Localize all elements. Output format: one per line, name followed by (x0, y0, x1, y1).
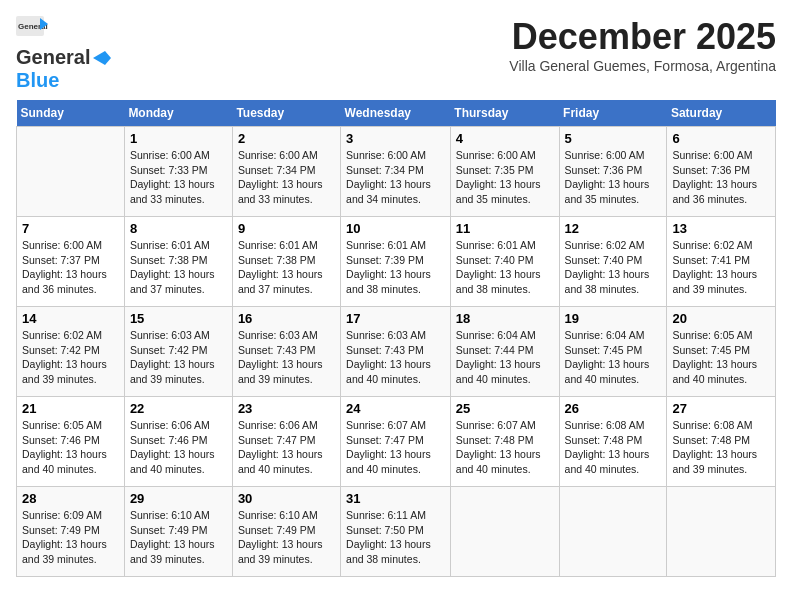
day-number: 19 (565, 311, 662, 326)
calendar-cell: 5Sunrise: 6:00 AMSunset: 7:36 PMDaylight… (559, 127, 667, 217)
day-info: Sunrise: 6:07 AMSunset: 7:47 PMDaylight:… (346, 418, 445, 477)
day-info: Sunrise: 6:07 AMSunset: 7:48 PMDaylight:… (456, 418, 554, 477)
weekday-header-wednesday: Wednesday (341, 100, 451, 127)
day-number: 20 (672, 311, 770, 326)
page-header: General General Blue December 2025 Villa… (16, 16, 776, 92)
day-number: 15 (130, 311, 227, 326)
calendar-cell: 29Sunrise: 6:10 AMSunset: 7:49 PMDayligh… (124, 487, 232, 577)
day-info: Sunrise: 6:11 AMSunset: 7:50 PMDaylight:… (346, 508, 445, 567)
calendar-cell: 26Sunrise: 6:08 AMSunset: 7:48 PMDayligh… (559, 397, 667, 487)
calendar-cell: 17Sunrise: 6:03 AMSunset: 7:43 PMDayligh… (341, 307, 451, 397)
month-title: December 2025 (509, 16, 776, 58)
logo-wing-icon (93, 51, 111, 65)
calendar-cell (17, 127, 125, 217)
day-info: Sunrise: 6:05 AMSunset: 7:46 PMDaylight:… (22, 418, 119, 477)
location-text: Villa General Guemes, Formosa, Argentina (509, 58, 776, 74)
calendar-cell: 18Sunrise: 6:04 AMSunset: 7:44 PMDayligh… (450, 307, 559, 397)
logo-blue-text: Blue (16, 69, 59, 91)
day-info: Sunrise: 6:00 AMSunset: 7:37 PMDaylight:… (22, 238, 119, 297)
day-info: Sunrise: 6:06 AMSunset: 7:46 PMDaylight:… (130, 418, 227, 477)
calendar-cell: 23Sunrise: 6:06 AMSunset: 7:47 PMDayligh… (232, 397, 340, 487)
day-number: 25 (456, 401, 554, 416)
day-info: Sunrise: 6:02 AMSunset: 7:41 PMDaylight:… (672, 238, 770, 297)
day-info: Sunrise: 6:05 AMSunset: 7:45 PMDaylight:… (672, 328, 770, 387)
day-info: Sunrise: 6:04 AMSunset: 7:45 PMDaylight:… (565, 328, 662, 387)
calendar-cell: 7Sunrise: 6:00 AMSunset: 7:37 PMDaylight… (17, 217, 125, 307)
calendar-table: SundayMondayTuesdayWednesdayThursdayFrid… (16, 100, 776, 577)
day-info: Sunrise: 6:01 AMSunset: 7:38 PMDaylight:… (238, 238, 335, 297)
day-number: 30 (238, 491, 335, 506)
logo: General General Blue (16, 16, 112, 92)
logo-icon: General (16, 16, 48, 44)
day-info: Sunrise: 6:00 AMSunset: 7:33 PMDaylight:… (130, 148, 227, 207)
calendar-cell: 11Sunrise: 6:01 AMSunset: 7:40 PMDayligh… (450, 217, 559, 307)
weekday-header-saturday: Saturday (667, 100, 776, 127)
weekday-header-friday: Friday (559, 100, 667, 127)
calendar-cell: 4Sunrise: 6:00 AMSunset: 7:35 PMDaylight… (450, 127, 559, 217)
day-info: Sunrise: 6:01 AMSunset: 7:40 PMDaylight:… (456, 238, 554, 297)
day-info: Sunrise: 6:02 AMSunset: 7:42 PMDaylight:… (22, 328, 119, 387)
day-number: 5 (565, 131, 662, 146)
day-info: Sunrise: 6:00 AMSunset: 7:34 PMDaylight:… (238, 148, 335, 207)
svg-marker-3 (93, 51, 111, 65)
day-info: Sunrise: 6:00 AMSunset: 7:36 PMDaylight:… (672, 148, 770, 207)
day-number: 23 (238, 401, 335, 416)
calendar-cell: 19Sunrise: 6:04 AMSunset: 7:45 PMDayligh… (559, 307, 667, 397)
day-number: 8 (130, 221, 227, 236)
day-number: 21 (22, 401, 119, 416)
day-number: 28 (22, 491, 119, 506)
calendar-cell: 3Sunrise: 6:00 AMSunset: 7:34 PMDaylight… (341, 127, 451, 217)
day-info: Sunrise: 6:03 AMSunset: 7:43 PMDaylight:… (346, 328, 445, 387)
day-info: Sunrise: 6:04 AMSunset: 7:44 PMDaylight:… (456, 328, 554, 387)
calendar-cell (559, 487, 667, 577)
calendar-cell: 22Sunrise: 6:06 AMSunset: 7:46 PMDayligh… (124, 397, 232, 487)
day-number: 2 (238, 131, 335, 146)
calendar-cell: 14Sunrise: 6:02 AMSunset: 7:42 PMDayligh… (17, 307, 125, 397)
weekday-header-monday: Monday (124, 100, 232, 127)
day-number: 10 (346, 221, 445, 236)
day-number: 18 (456, 311, 554, 326)
day-number: 1 (130, 131, 227, 146)
day-info: Sunrise: 6:06 AMSunset: 7:47 PMDaylight:… (238, 418, 335, 477)
calendar-cell: 27Sunrise: 6:08 AMSunset: 7:48 PMDayligh… (667, 397, 776, 487)
day-number: 6 (672, 131, 770, 146)
day-info: Sunrise: 6:00 AMSunset: 7:36 PMDaylight:… (565, 148, 662, 207)
calendar-cell: 30Sunrise: 6:10 AMSunset: 7:49 PMDayligh… (232, 487, 340, 577)
day-info: Sunrise: 6:01 AMSunset: 7:39 PMDaylight:… (346, 238, 445, 297)
day-info: Sunrise: 6:10 AMSunset: 7:49 PMDaylight:… (130, 508, 227, 567)
day-number: 17 (346, 311, 445, 326)
calendar-cell: 12Sunrise: 6:02 AMSunset: 7:40 PMDayligh… (559, 217, 667, 307)
day-info: Sunrise: 6:00 AMSunset: 7:35 PMDaylight:… (456, 148, 554, 207)
day-number: 22 (130, 401, 227, 416)
day-info: Sunrise: 6:09 AMSunset: 7:49 PMDaylight:… (22, 508, 119, 567)
day-info: Sunrise: 6:03 AMSunset: 7:42 PMDaylight:… (130, 328, 227, 387)
day-number: 16 (238, 311, 335, 326)
day-info: Sunrise: 6:03 AMSunset: 7:43 PMDaylight:… (238, 328, 335, 387)
day-info: Sunrise: 6:00 AMSunset: 7:34 PMDaylight:… (346, 148, 445, 207)
day-info: Sunrise: 6:02 AMSunset: 7:40 PMDaylight:… (565, 238, 662, 297)
day-number: 7 (22, 221, 119, 236)
day-number: 14 (22, 311, 119, 326)
day-number: 29 (130, 491, 227, 506)
calendar-cell: 16Sunrise: 6:03 AMSunset: 7:43 PMDayligh… (232, 307, 340, 397)
calendar-cell: 8Sunrise: 6:01 AMSunset: 7:38 PMDaylight… (124, 217, 232, 307)
calendar-cell: 1Sunrise: 6:00 AMSunset: 7:33 PMDaylight… (124, 127, 232, 217)
day-number: 3 (346, 131, 445, 146)
day-number: 24 (346, 401, 445, 416)
day-number: 26 (565, 401, 662, 416)
day-info: Sunrise: 6:01 AMSunset: 7:38 PMDaylight:… (130, 238, 227, 297)
calendar-cell (450, 487, 559, 577)
weekday-header-tuesday: Tuesday (232, 100, 340, 127)
calendar-cell: 21Sunrise: 6:05 AMSunset: 7:46 PMDayligh… (17, 397, 125, 487)
calendar-cell: 31Sunrise: 6:11 AMSunset: 7:50 PMDayligh… (341, 487, 451, 577)
calendar-cell: 13Sunrise: 6:02 AMSunset: 7:41 PMDayligh… (667, 217, 776, 307)
day-info: Sunrise: 6:08 AMSunset: 7:48 PMDaylight:… (672, 418, 770, 477)
day-number: 31 (346, 491, 445, 506)
calendar-cell: 25Sunrise: 6:07 AMSunset: 7:48 PMDayligh… (450, 397, 559, 487)
day-number: 12 (565, 221, 662, 236)
calendar-cell (667, 487, 776, 577)
calendar-cell: 10Sunrise: 6:01 AMSunset: 7:39 PMDayligh… (341, 217, 451, 307)
day-number: 13 (672, 221, 770, 236)
logo-general-text: General (16, 46, 90, 69)
day-number: 11 (456, 221, 554, 236)
